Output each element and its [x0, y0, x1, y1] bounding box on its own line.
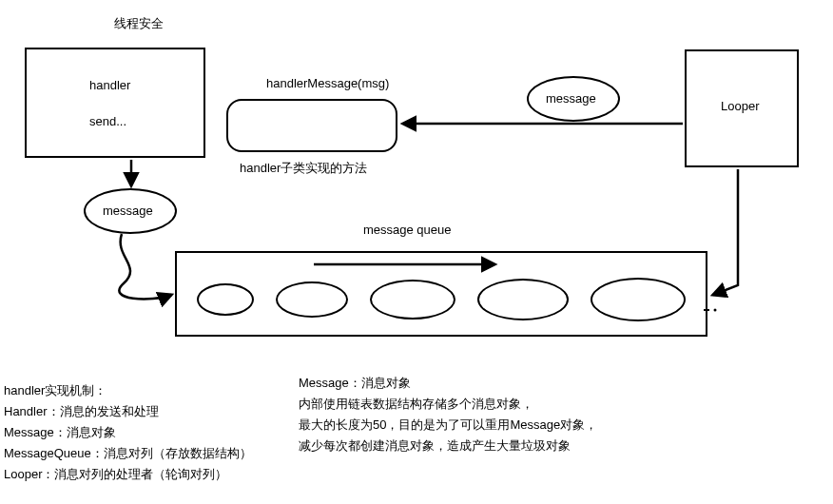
queue-item-5	[591, 278, 686, 321]
footer-right-line2: 内部使用链表数据结构存储多个消息对象，	[299, 394, 597, 415]
handler-message-bottom-label: handler子类实现的方法	[240, 160, 367, 177]
handler-box-line2: send...	[89, 114, 126, 128]
looper-box: Looper	[685, 49, 799, 167]
footer-left-line4: MessageQueue：消息对列（存放数据结构）	[4, 443, 252, 464]
message-ellipse-top: message	[527, 76, 620, 122]
footer-left-line2: Handler：消息的发送和处理	[4, 401, 252, 422]
queue-item-3	[370, 280, 455, 320]
message-queue-inner	[186, 276, 696, 323]
footer-right-line1: Message：消息对象	[299, 373, 597, 394]
footer-left-line1: handler实现机制：	[4, 380, 252, 401]
footer-right-line4: 减少每次都创建消息对象，造成产生大量垃圾对象	[299, 436, 597, 456]
handler-message-box	[226, 99, 397, 152]
message-ellipse-top-label: message	[546, 91, 596, 106]
footer-left-line3: Message：消息对象	[4, 422, 252, 443]
svg-point-3	[714, 309, 717, 312]
queue-item-4	[477, 279, 569, 320]
handler-box: handler send...	[25, 48, 205, 158]
message-ellipse-left: message	[84, 188, 177, 234]
message-ellipse-left-label: message	[103, 204, 153, 218]
queue-item-1	[197, 283, 254, 316]
title-thread-safe: 线程安全	[114, 15, 164, 32]
footer-left: handler实现机制： Handler：消息的发送和处理 Message：消息…	[4, 380, 252, 485]
message-queue-label: message queue	[363, 223, 452, 237]
footer-right: Message：消息对象 内部使用链表数据结构存储多个消息对象， 最大的长度为5…	[299, 373, 597, 456]
looper-box-label: Looper	[721, 99, 759, 113]
handler-box-line1: handler	[89, 78, 130, 92]
footer-right-line3: 最大的长度为50，目的是为了可以重用Message对象，	[299, 415, 597, 436]
queue-item-2	[276, 281, 348, 318]
handler-message-top-label: handlerMessage(msg)	[266, 76, 389, 90]
footer-left-line5: Looper：消息对列的处理者（轮询对列）	[4, 464, 252, 485]
